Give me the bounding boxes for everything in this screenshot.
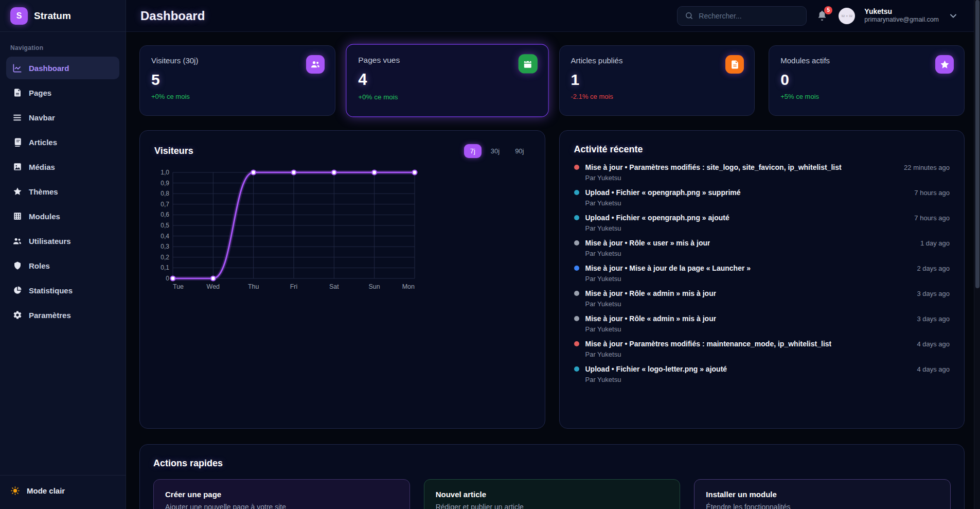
- user-meta: Yuketsu primarynative@gmail.com: [864, 7, 939, 24]
- chevron-down-icon[interactable]: [948, 11, 958, 21]
- sidebar-item-dashboard[interactable]: Dashboard: [6, 57, 119, 79]
- activity-item-time: 4 days ago: [910, 365, 950, 373]
- middle-row: Visiteurs 7j 30j 90j 1,00,90,80,70,60,50…: [139, 130, 965, 429]
- quick-action-create-page[interactable]: Créer une page Ajouter une nouvelle page…: [153, 479, 410, 509]
- brand-name: Stratum: [34, 10, 71, 22]
- quick-actions-title: Actions rapides: [153, 458, 951, 469]
- range-tab-30j[interactable]: 30j: [485, 144, 506, 158]
- sidebar-item-roles[interactable]: Roles: [6, 254, 119, 277]
- search-icon: [685, 11, 693, 20]
- svg-text:Mon: Mon: [402, 283, 415, 290]
- sidebar-item-articles[interactable]: Articles: [6, 131, 119, 153]
- range-tabs: 7j 30j 90j: [464, 144, 530, 158]
- sidebar-item-medias[interactable]: Médias: [6, 155, 119, 178]
- stat-card-pages-vues[interactable]: Pages vues 4 +0% ce mois: [346, 44, 548, 117]
- activity-dot: [574, 190, 579, 195]
- sidebar-item-label: Roles: [29, 261, 50, 270]
- activity-item[interactable]: Mise à jour • Rôle « admin » mis à jour3…: [574, 289, 950, 308]
- theme-toggle-button[interactable]: Mode clair: [10, 483, 115, 499]
- activity-dot: [574, 366, 579, 372]
- activity-item[interactable]: Mise à jour • Rôle « admin » mis à jour3…: [574, 314, 950, 333]
- activity-item-author: Par Yuketsu: [585, 376, 950, 383]
- quick-action-install-module[interactable]: Installer un module Étendre les fonction…: [694, 479, 951, 509]
- activity-item-author: Par Yuketsu: [585, 325, 950, 333]
- activity-dot: [574, 341, 579, 346]
- stat-trend: +0% ce mois: [151, 93, 324, 100]
- activity-item[interactable]: Mise à jour • Rôle « user » mis à jour1 …: [574, 239, 950, 257]
- stat-label: Articles publiés: [571, 56, 743, 65]
- sidebar-item-label: Modules: [29, 212, 60, 221]
- quick-action-subtitle: Rédiger et publier un article: [436, 503, 669, 509]
- stat-card-articles-publies[interactable]: Articles publiés 1 -2.1% ce mois: [559, 45, 755, 116]
- file-text-icon: [725, 55, 744, 74]
- svg-text:0,9: 0,9: [161, 180, 169, 187]
- sidebar-item-modules[interactable]: Modules: [6, 205, 119, 227]
- sidebar-item-utilisateurs[interactable]: Utilisateurs: [6, 230, 119, 252]
- sidebar-item-label: Utilisateurs: [29, 237, 71, 245]
- chart-header: Visiteurs 7j 30j 90j: [154, 144, 530, 158]
- activity-item-author: Par Yuketsu: [585, 224, 950, 232]
- stat-card-modules-actifs[interactable]: Modules actifs 0 +5% ce mois: [769, 45, 965, 116]
- users-icon: [306, 55, 325, 74]
- brand: S Stratum: [0, 0, 126, 32]
- activity-item[interactable]: Upload • Fichier « opengraph.png » ajout…: [574, 214, 950, 232]
- sidebar-item-pages[interactable]: Pages: [6, 81, 119, 104]
- svg-text:Tue: Tue: [173, 283, 184, 290]
- search-input[interactable]: [699, 12, 799, 20]
- scrollbar-thumb[interactable]: [975, 0, 979, 288]
- sidebar-item-statistiques[interactable]: Statistiques: [6, 279, 119, 302]
- range-tab-90j[interactable]: 90j: [509, 144, 530, 158]
- brand-logo: S: [10, 7, 28, 25]
- activity-item[interactable]: Mise à jour • Mise à jour de la page « L…: [574, 264, 950, 283]
- sidebar-item-navbar[interactable]: Navbar: [6, 106, 119, 129]
- activity-item[interactable]: Mise à jour • Paramètres modifiés : main…: [574, 340, 950, 358]
- activity-item-time: 4 days ago: [910, 340, 950, 348]
- activity-item[interactable]: Mise à jour • Paramètres modifiés : site…: [574, 163, 950, 182]
- stat-card-visiteurs[interactable]: Visiteurs (30j) 5 +0% ce mois: [139, 45, 335, 116]
- stat-trend: +5% ce mois: [780, 93, 953, 100]
- stat-value: 0: [780, 71, 953, 89]
- activity-dot: [574, 266, 579, 271]
- app-root: S Stratum Navigation Dashboard Pages: [0, 0, 980, 509]
- activity-item-time: 22 minutes ago: [897, 164, 950, 171]
- svg-text:0,6: 0,6: [161, 211, 169, 218]
- quick-action-new-article[interactable]: Nouvel article Rédiger et publier un art…: [424, 479, 681, 509]
- avatar[interactable]: 32 × 32: [839, 8, 855, 24]
- sidebar-item-parametres[interactable]: Paramètres: [6, 304, 119, 326]
- activity-item[interactable]: Upload • Fichier « logo-letter.png » ajo…: [574, 365, 950, 383]
- sidebar-item-label: Pages: [29, 89, 51, 97]
- stat-value: 5: [151, 71, 324, 89]
- activity-item-title: Mise à jour • Rôle « user » mis à jour: [585, 239, 710, 247]
- search-box[interactable]: [677, 6, 807, 26]
- activity-item-title: Upload • Fichier « opengraph.png » suppr…: [585, 188, 741, 197]
- stat-value: 1: [571, 71, 743, 89]
- stat-value: 4: [358, 71, 536, 89]
- activity-dot: [574, 215, 579, 220]
- sidebar-item-label: Articles: [29, 138, 57, 147]
- svg-text:0,8: 0,8: [161, 190, 169, 197]
- notifications-button[interactable]: 5: [816, 9, 829, 23]
- page-scrollbar[interactable]: [974, 0, 980, 509]
- quick-actions-grid: Créer une page Ajouter une nouvelle page…: [153, 479, 951, 509]
- activity-item-time: 1 day ago: [913, 239, 950, 247]
- activity-item-author: Par Yuketsu: [585, 174, 950, 182]
- range-tab-7j[interactable]: 7j: [464, 144, 482, 158]
- quick-action-title: Nouvel article: [436, 490, 669, 499]
- user-email: primarynative@gmail.com: [864, 16, 939, 24]
- activity-dot: [574, 165, 579, 170]
- star-icon: [12, 187, 22, 197]
- quick-action-title: Installer un module: [706, 490, 939, 499]
- activity-dot: [574, 240, 579, 245]
- svg-text:Thu: Thu: [248, 283, 259, 290]
- activity-item-title: Mise à jour • Rôle « admin » mis à jour: [585, 289, 717, 297]
- activity-item-title: Mise à jour • Paramètres modifiés : main…: [585, 340, 832, 348]
- activity-list: Mise à jour • Paramètres modifiés : site…: [574, 163, 950, 383]
- sidebar-item-label: Statistiques: [29, 286, 73, 295]
- svg-text:0,7: 0,7: [161, 201, 169, 208]
- sidebar-item-themes[interactable]: Thèmes: [6, 180, 119, 203]
- activity-title: Activité récente: [574, 144, 950, 155]
- sidebar-footer: Mode clair: [0, 475, 126, 509]
- svg-text:Wed: Wed: [207, 283, 220, 290]
- activity-item[interactable]: Upload • Fichier « opengraph.png » suppr…: [574, 188, 950, 207]
- activity-item-author: Par Yuketsu: [585, 199, 950, 207]
